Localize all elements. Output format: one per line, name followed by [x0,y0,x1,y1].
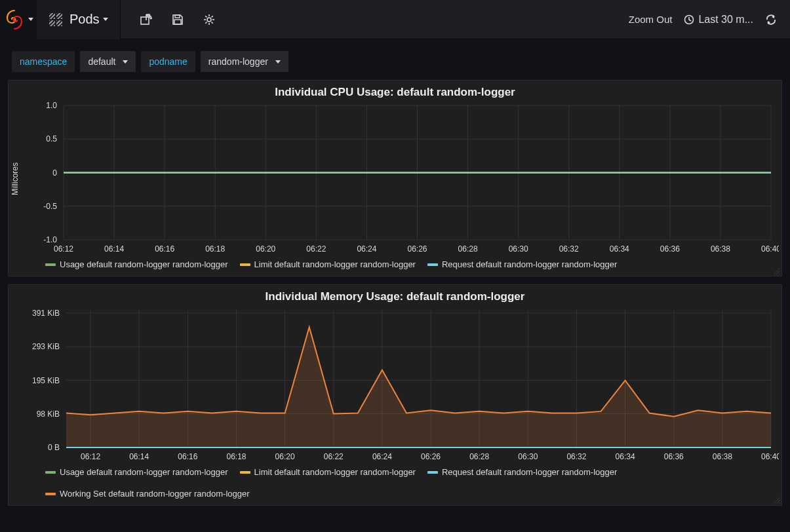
svg-text:98 KiB: 98 KiB [37,409,60,419]
refresh-icon [765,14,777,26]
var-namespace-value-text: default [88,56,115,67]
svg-text:195 KiB: 195 KiB [32,376,60,385]
svg-text:1.0: 1.0 [46,102,57,110]
svg-text:293 KiB: 293 KiB [32,342,60,351]
var-podname-value[interactable]: random-logger [201,51,288,72]
svg-text:06:24: 06:24 [372,452,392,461]
cpu-chart-svg: -1.0-0.500.51.006:1206:1406:1606:1806:20… [9,102,779,256]
legend-label: Limit default random-logger random-logge… [254,467,416,477]
svg-text:06:40: 06:40 [761,244,779,254]
svg-text:06:38: 06:38 [713,452,732,461]
svg-line-14 [205,16,207,17]
legend-label: Usage default random-logger random-logge… [60,467,228,477]
svg-text:06:24: 06:24 [357,244,376,254]
legend-label: Limit default random-logger random-logge… [254,259,416,269]
legend-item[interactable]: Limit default random-logger random-logge… [240,259,416,269]
panel-cpu-title[interactable]: Individual CPU Usage: default random-log… [9,81,781,102]
refresh-button[interactable] [765,14,777,26]
chevron-down-icon [103,18,108,21]
topbar: Pods [0,0,790,39]
svg-line-17 [211,16,212,17]
svg-text:06:22: 06:22 [306,244,326,254]
dashboard-picker[interactable]: Pods [37,0,121,39]
settings-button[interactable] [203,14,215,26]
svg-text:06:28: 06:28 [458,244,478,254]
svg-text:06:30: 06:30 [518,452,538,461]
svg-text:0: 0 [52,168,57,178]
svg-text:06:30: 06:30 [509,244,528,254]
svg-text:06:12: 06:12 [81,452,100,461]
legend-swatch [45,471,56,474]
legend-swatch [427,263,438,266]
share-button[interactable] [140,14,152,26]
svg-rect-4 [56,20,62,26]
clock-icon [684,14,694,25]
panel-cpu-chart[interactable]: Millicores -1.0-0.500.51.006:1206:1406:1… [9,102,781,256]
var-podname-value-text: random-logger [208,56,268,67]
svg-rect-8 [174,20,181,24]
template-variables-row: namespace default podname random-logger [0,39,790,80]
legend-swatch [427,471,438,474]
svg-text:06:36: 06:36 [660,244,680,254]
panel-mem-title[interactable]: Individual Memory Usage: default random-… [9,285,781,306]
svg-text:06:20: 06:20 [275,452,295,461]
legend-label: Request default random-logger random-log… [442,259,617,269]
chevron-down-icon [28,18,33,21]
resize-handle-icon[interactable] [774,268,780,275]
mem-chart-svg: 0 B98 KiB195 KiB293 KiB391 KiB06:1206:14… [9,306,779,463]
svg-text:06:26: 06:26 [407,244,427,254]
svg-text:06:26: 06:26 [421,452,441,461]
svg-text:06:32: 06:32 [566,452,586,461]
zoom-out-button[interactable]: Zoom Out [629,14,673,25]
svg-text:0 B: 0 B [48,443,60,452]
legend-label: Request default random-logger random-log… [442,467,617,477]
legend-item[interactable]: Usage default random-logger random-logge… [45,467,228,477]
svg-text:06:16: 06:16 [178,452,197,461]
svg-rect-1 [49,13,55,19]
legend-item[interactable]: Usage default random-logger random-logge… [45,259,228,269]
legend-label: Working Set default random-logger random… [60,489,250,499]
legend-swatch [240,263,250,266]
legend-swatch [240,471,250,474]
toolbar-right: Zoom Out Last 30 m... [629,14,790,26]
dashboard-icon [49,12,63,27]
share-icon [140,14,152,26]
svg-text:06:18: 06:18 [205,244,225,254]
legend-item[interactable]: Request default random-logger random-log… [427,259,617,269]
panel-mem-chart[interactable]: 0 B98 KiB195 KiB293 KiB391 KiB06:1206:14… [9,306,781,463]
svg-text:06:18: 06:18 [226,452,246,461]
chevron-down-icon [275,60,281,64]
var-podname-label: podname [141,51,195,72]
svg-text:06:36: 06:36 [664,452,684,461]
gear-icon [203,14,215,26]
panel-mem-legend: Usage default random-logger random-logge… [9,463,781,505]
save-icon [172,14,184,26]
svg-text:06:32: 06:32 [559,244,579,254]
chevron-down-icon [123,60,128,64]
svg-text:06:12: 06:12 [54,244,73,254]
svg-text:0.5: 0.5 [46,134,57,143]
legend-item[interactable]: Limit default random-logger random-logge… [240,467,416,477]
legend-item[interactable]: Working Set default random-logger random… [45,489,250,499]
legend-swatch [45,263,56,266]
svg-text:06:34: 06:34 [616,452,635,461]
panel-mem: Individual Memory Usage: default random-… [8,284,782,506]
resize-handle-icon[interactable] [774,497,780,504]
panel-cpu-legend: Usage default random-logger random-logge… [9,256,781,276]
time-range-label: Last 30 m... [698,14,753,26]
save-button[interactable] [172,14,184,26]
time-range-picker[interactable]: Last 30 m... [684,14,753,26]
svg-rect-3 [49,20,55,26]
svg-text:06:16: 06:16 [155,244,174,254]
legend-swatch [45,493,56,495]
svg-text:391 KiB: 391 KiB [32,309,60,318]
svg-text:06:34: 06:34 [610,244,629,254]
svg-line-15 [211,22,212,23]
logo-menu-button[interactable] [0,0,37,39]
svg-rect-2 [56,13,62,19]
svg-text:-1.0: -1.0 [43,235,57,244]
grafana-logo-icon [4,9,25,30]
legend-item[interactable]: Request default random-logger random-log… [427,467,617,477]
var-namespace-value[interactable]: default [80,51,136,72]
svg-text:-0.5: -0.5 [43,202,57,211]
